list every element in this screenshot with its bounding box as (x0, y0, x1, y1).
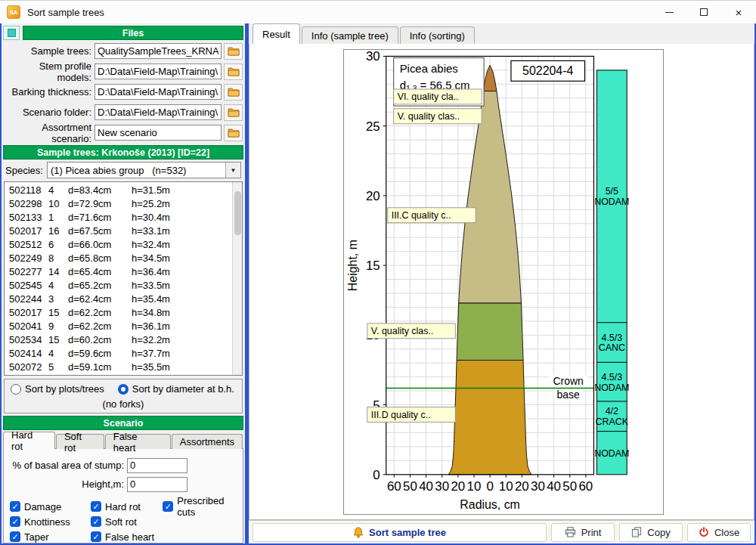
svg-text:4.5/3: 4.5/3 (601, 333, 622, 343)
tree-list-item[interactable]: 5021184d=83.4cmh=31.5m (5, 183, 232, 197)
tree-list-item[interactable]: 5025126d=66.0cmh=32.4m (5, 237, 232, 251)
svg-text:VI. quality cla..: VI. quality cla.. (398, 91, 459, 102)
browse-button[interactable] (224, 104, 243, 121)
radio-label: Sort by diameter at b.h. (132, 383, 234, 395)
browse-button[interactable] (224, 43, 243, 60)
sort-options-box: Sort by plots/treesSort by diameter at b… (4, 379, 243, 413)
no-forks-note: (no forks) (6, 398, 240, 410)
svg-text:30: 30 (366, 49, 380, 63)
maximize-button[interactable] (686, 1, 721, 23)
svg-text:CRACK: CRACK (596, 416, 629, 427)
chevron-down-icon[interactable]: ▼ (225, 163, 240, 178)
result-tab-content: 0510152025306050403020100102030405060Rad… (249, 43, 754, 520)
panel-toggle-button[interactable] (3, 26, 20, 40)
species-value: (1) Picea abies group (n=532) (51, 165, 225, 176)
result-tab-result[interactable]: Result (253, 23, 300, 44)
checkbox-damage[interactable]: ✓Damage (10, 500, 91, 512)
close-button[interactable]: Close (687, 523, 751, 542)
minimize-button[interactable] (652, 1, 686, 23)
tree-id: 502414 (9, 348, 48, 359)
checkbox-soft-rot[interactable]: ✓Soft rot (91, 516, 163, 528)
tree-list-item[interactable]: 5020419d=62.2cmh=36.1m (5, 319, 232, 333)
close-window-button[interactable]: × (721, 1, 756, 23)
file-field-input[interactable] (94, 125, 222, 141)
tree-id: 502512 (9, 239, 48, 250)
browse-button[interactable] (224, 63, 243, 80)
tree-list-item[interactable]: 50253415d=60.2cmh=32.2m (5, 333, 232, 346)
tree-list-item[interactable]: 50201715d=62.2cmh=34.8m (5, 305, 232, 319)
file-field-label: Barking thickness: (4, 86, 94, 98)
files-header-row: Files (3, 26, 243, 40)
tree-list-item[interactable]: 50201716d=67.5cmh=33.1m (5, 224, 232, 237)
result-tab-info-sample-tree-[interactable]: Info (sample tree) (302, 26, 398, 44)
tree-diameter: d=62.4cm (68, 293, 132, 305)
tree-list-item[interactable]: 5021321d=57.0cmh=31.0m (5, 373, 232, 375)
scenario-field-input[interactable] (127, 477, 187, 492)
tree-list-wrap: 5021184d=83.4cmh=31.5m50229810d=72.9cmh=… (4, 181, 243, 376)
tree-diameter: d=57.0cm (68, 375, 132, 376)
radio-icon (11, 384, 21, 395)
tree-list-scrollbar[interactable] (232, 182, 242, 375)
checkbox-icon: ✓ (91, 516, 101, 527)
file-field-input[interactable] (94, 104, 222, 120)
tree-list-item[interactable]: 5021331d=71.6cmh=30.4m (5, 210, 232, 224)
tree-id: 502545 (9, 280, 48, 291)
radio-sort-diameter[interactable]: Sort by diameter at b.h. (118, 383, 234, 395)
tree-height: h=32.4m (132, 239, 232, 250)
checkbox-icon: ✓ (10, 501, 20, 512)
checkbox-prescribed-cuts[interactable]: ✓Prescribed cuts (163, 500, 243, 512)
radio-sort-plots[interactable]: Sort by plots/trees (11, 383, 104, 395)
tree-id: 502132 (9, 375, 48, 376)
svg-text:Picea abies: Picea abies (400, 62, 458, 75)
tree-list-item[interactable]: 5022443d=62.4cmh=35.4m (5, 292, 232, 305)
checkbox-column: ✓Prescribed cuts (163, 500, 243, 543)
window-title: Sort sample trees (27, 7, 104, 18)
checkbox-knottiness[interactable]: ✓Knottiness (10, 516, 91, 528)
svg-text:25: 25 (366, 119, 380, 134)
scenario-tab-soft-rot[interactable]: Soft rot (56, 434, 104, 449)
tree-height: h=32.2m (132, 334, 232, 345)
tree-list[interactable]: 5021184d=83.4cmh=31.5m50229810d=72.9cmh=… (5, 182, 232, 375)
tree-list-item[interactable]: 5024144d=59.6cmh=37.7m (5, 346, 232, 360)
tree-list-item[interactable]: 5020725d=59.1cmh=35.5m (5, 360, 232, 373)
species-label: Species: (5, 165, 43, 176)
radio-label: Sort by plots/trees (25, 383, 104, 395)
checkbox-icon: ✓ (10, 516, 20, 527)
file-field-input[interactable] (94, 84, 222, 100)
quality-label: III.D quality c.. (367, 407, 455, 423)
result-tab-info-sorting-[interactable]: Info (sorting) (400, 26, 475, 44)
scenario-field-input[interactable] (127, 458, 187, 473)
browse-button[interactable] (224, 84, 243, 101)
species-combobox[interactable]: (1) Picea abies group (n=532) ▼ (47, 162, 241, 178)
scenario-tab-hard-rot[interactable]: Hard rot (3, 432, 55, 449)
scenario-tab-assortments[interactable]: Assortments (172, 434, 243, 449)
checkbox-hard-rot[interactable]: ✓Hard rot (91, 500, 163, 512)
tree-plot: 1 (48, 212, 68, 223)
maximize-icon (700, 8, 708, 16)
svg-text:5/5: 5/5 (606, 186, 618, 197)
checkbox-taper[interactable]: ✓Taper (10, 531, 91, 543)
scenario-tab-false-heart[interactable]: False heart (105, 434, 171, 449)
tree-list-item[interactable]: 50227714d=65.4cmh=36.4m (5, 265, 232, 278)
tree-height: h=35.5m (132, 361, 232, 373)
print-button[interactable]: Print (551, 523, 615, 542)
tree-diameter: d=60.2cm (68, 334, 132, 345)
svg-text:NODAM: NODAM (594, 382, 629, 393)
tree-plot: 3 (48, 293, 68, 305)
svg-text:4/2: 4/2 (606, 406, 618, 416)
sort-sample-tree-button[interactable]: Sort sample tree (253, 523, 547, 542)
tree-list-item[interactable]: 5025454d=65.2cmh=33.5m (5, 278, 232, 292)
folder-icon (228, 87, 240, 97)
file-field-input[interactable] (94, 63, 222, 79)
files-fields: Sample trees:Stem profile models:Barking… (2, 41, 245, 143)
scenario-field-row: Height,m: (4, 475, 243, 494)
tree-height: h=35.4m (132, 293, 232, 305)
scrollbar-thumb[interactable] (234, 191, 241, 235)
tree-list-item[interactable]: 5022498d=65.8cmh=34.5m (5, 251, 232, 265)
species-row: Species: (1) Picea abies group (n=532) ▼ (2, 159, 245, 181)
checkbox-false-heart[interactable]: ✓False heart (91, 531, 163, 543)
file-field-input[interactable] (94, 43, 222, 59)
copy-button[interactable]: Copy (619, 523, 683, 542)
browse-button[interactable] (224, 125, 243, 141)
tree-list-item[interactable]: 50229810d=72.9cmh=25.2m (5, 197, 232, 210)
